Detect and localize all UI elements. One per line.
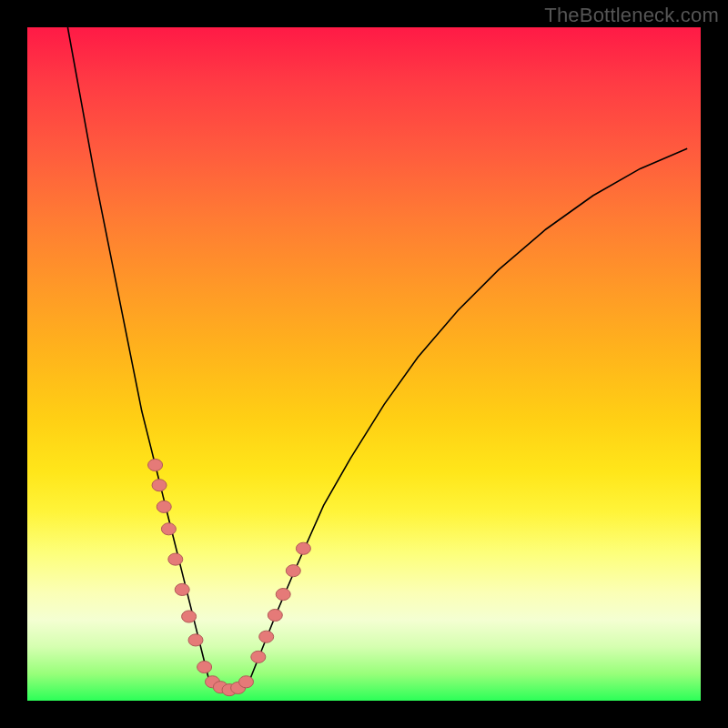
bead-marker xyxy=(239,676,254,688)
bead-marker xyxy=(259,631,274,642)
watermark-text: TheBottleneck.com xyxy=(544,4,719,27)
bead-group xyxy=(148,459,311,695)
bottleneck-curve xyxy=(67,27,687,692)
bead-marker xyxy=(296,542,310,554)
bead-marker xyxy=(161,523,176,535)
bead-marker xyxy=(152,480,167,491)
bead-marker xyxy=(175,583,189,595)
bead-marker xyxy=(168,553,183,565)
bead-marker xyxy=(251,651,266,662)
curve-svg xyxy=(27,27,701,701)
plot-area xyxy=(27,27,701,701)
bead-marker xyxy=(268,609,282,621)
bead-marker xyxy=(276,589,290,601)
bead-marker xyxy=(157,500,171,512)
bead-marker xyxy=(182,611,197,622)
bead-marker xyxy=(148,459,163,470)
bead-marker xyxy=(286,565,300,577)
bead-marker xyxy=(197,661,212,672)
bead-marker xyxy=(188,634,203,646)
chart-frame: TheBottleneck.com xyxy=(0,0,728,728)
